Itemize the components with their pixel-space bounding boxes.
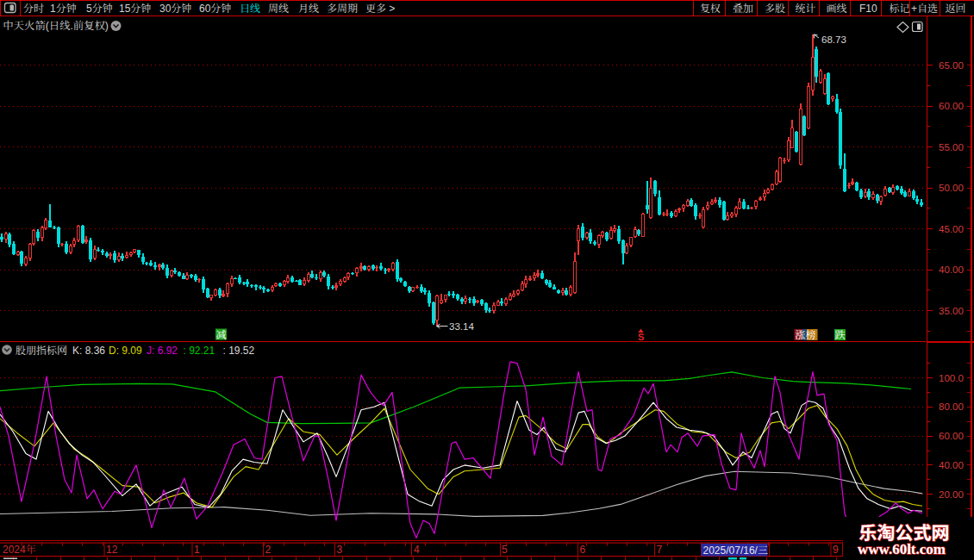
svg-text:S: S xyxy=(638,332,644,342)
svg-text:画线: 画线 xyxy=(827,0,847,15)
svg-text:60.00: 60.00 xyxy=(939,431,964,441)
svg-text:20.00: 20.00 xyxy=(939,489,964,500)
svg-text:减: 减 xyxy=(216,327,227,341)
svg-text:5: 5 xyxy=(502,544,508,556)
svg-text:3: 3 xyxy=(337,544,343,556)
svg-text:35.00: 35.00 xyxy=(939,306,964,316)
svg-text:7: 7 xyxy=(657,544,663,556)
svg-text:55.00: 55.00 xyxy=(939,142,964,152)
svg-text:4: 4 xyxy=(414,544,420,556)
svg-text:D: 9.09: D: 9.09 xyxy=(109,345,142,357)
svg-text:60分钟: 60分钟 xyxy=(199,0,231,15)
svg-text:50.00: 50.00 xyxy=(939,183,964,193)
svg-text:: 19.52: : 19.52 xyxy=(223,345,255,357)
svg-text:100.0: 100.0 xyxy=(939,373,964,383)
svg-text:6: 6 xyxy=(580,544,586,556)
svg-text:统计: 统计 xyxy=(796,0,816,15)
svg-text:30分钟: 30分钟 xyxy=(159,0,191,15)
svg-text:中天火箭(日线.前复权): 中天火箭(日线.前复权) xyxy=(3,17,109,33)
svg-text:www.60lt.com: www.60lt.com xyxy=(858,541,946,557)
svg-text:: 92.21: : 92.21 xyxy=(184,345,215,357)
svg-text:40.00: 40.00 xyxy=(939,460,964,470)
svg-text:45.00: 45.00 xyxy=(939,224,964,234)
svg-text:5分钟: 5分钟 xyxy=(86,0,113,15)
svg-text:2024年: 2024年 xyxy=(3,544,36,556)
svg-text:F10: F10 xyxy=(859,0,877,15)
svg-text:15分钟: 15分钟 xyxy=(119,0,151,15)
svg-text:80.00: 80.00 xyxy=(939,401,964,412)
svg-text:68.73: 68.73 xyxy=(821,34,846,45)
svg-text:跌: 跌 xyxy=(835,327,846,341)
svg-text:9: 9 xyxy=(833,544,839,556)
svg-text:33.14: 33.14 xyxy=(449,321,474,332)
svg-text:40.00: 40.00 xyxy=(939,264,964,275)
svg-text:2025/07/16/三: 2025/07/16/三 xyxy=(703,542,768,557)
svg-text:周线: 周线 xyxy=(268,0,289,15)
svg-text:涨榜: 涨榜 xyxy=(796,327,816,341)
svg-text:叠加: 叠加 xyxy=(733,0,753,15)
svg-text:2: 2 xyxy=(265,544,272,556)
svg-text:K: 8.36: K: 8.36 xyxy=(72,345,105,357)
svg-text:多股: 多股 xyxy=(765,0,785,15)
svg-text:股朋指标网: 股朋指标网 xyxy=(16,342,67,357)
svg-text:分时: 分时 xyxy=(23,0,44,15)
svg-text:1: 1 xyxy=(194,544,200,556)
svg-text:J: 6.92: J: 6.92 xyxy=(147,345,178,357)
svg-text:多周期: 多周期 xyxy=(327,0,358,15)
svg-text:返回: 返回 xyxy=(946,0,966,15)
svg-text:月线: 月线 xyxy=(298,0,319,15)
svg-text:复权: 复权 xyxy=(700,0,721,15)
svg-text:60.00: 60.00 xyxy=(939,101,964,111)
svg-text:标记: 标记 xyxy=(890,0,910,15)
svg-text:1分钟: 1分钟 xyxy=(50,0,77,15)
svg-text:更多 >: 更多 > xyxy=(365,0,395,15)
svg-text:65.00: 65.00 xyxy=(939,60,964,71)
svg-text:12: 12 xyxy=(106,544,118,556)
svg-text:日线: 日线 xyxy=(240,0,260,15)
svg-text:+自选: +自选 xyxy=(911,0,938,15)
